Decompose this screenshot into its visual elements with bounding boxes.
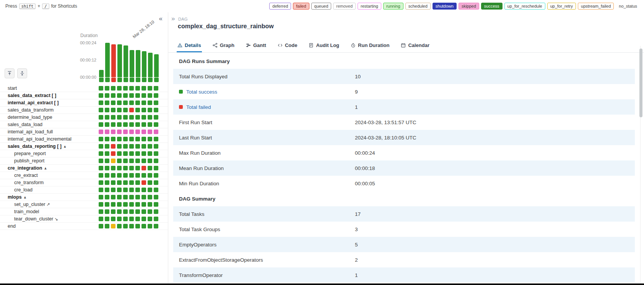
task-instance-square[interactable] <box>105 166 109 170</box>
tab-calendar[interactable]: Calendar <box>400 38 430 52</box>
legend-badge-deferred[interactable]: deferred <box>269 3 291 10</box>
expand-all-groups-button[interactable] <box>5 68 15 78</box>
task-instance-square[interactable] <box>148 86 152 91</box>
dag-run-square[interactable] <box>148 78 153 82</box>
task-instance-square[interactable] <box>129 173 134 178</box>
dag-run-duration-bar[interactable] <box>99 70 104 77</box>
task-instance-square[interactable] <box>117 209 122 214</box>
task-instance-square[interactable] <box>111 159 115 163</box>
task-instance-square[interactable] <box>148 108 152 112</box>
task-instance-square[interactable] <box>105 202 109 207</box>
task-instance-square[interactable] <box>99 151 103 156</box>
task-instance-square[interactable] <box>135 173 140 178</box>
task-instance-square[interactable] <box>129 122 134 127</box>
task-instance-square[interactable] <box>154 180 158 185</box>
task-instance-square[interactable] <box>99 173 103 178</box>
task-instance-square[interactable] <box>141 224 146 228</box>
expand-panel-button[interactable]: » <box>171 15 175 22</box>
task-instance-square[interactable] <box>105 195 109 199</box>
task-instance-square[interactable] <box>154 217 158 221</box>
task-instance-square[interactable] <box>99 130 103 134</box>
task-instance-square[interactable] <box>129 130 134 134</box>
task-instance-square[interactable] <box>129 217 134 221</box>
task-name[interactable]: tear_down_cluster↘ <box>8 216 99 222</box>
task-instance-square[interactable] <box>117 144 122 149</box>
task-name[interactable]: internal_api_extract [ ] <box>8 100 99 105</box>
task-instance-square[interactable] <box>111 86 115 91</box>
task-instance-square[interactable] <box>111 188 115 192</box>
task-instance-square[interactable] <box>111 115 115 120</box>
dag-run-square[interactable] <box>99 78 104 82</box>
task-instance-square[interactable] <box>148 144 152 149</box>
task-instance-square[interactable] <box>105 130 109 134</box>
legend-badge-up_for_retry[interactable]: up_for_retry <box>547 3 576 10</box>
task-instance-square[interactable] <box>141 151 146 156</box>
task-name[interactable]: internal_api_load_full <box>8 129 99 134</box>
task-instance-square[interactable] <box>117 188 122 192</box>
task-instance-square[interactable] <box>154 188 158 192</box>
task-instance-square[interactable] <box>117 217 122 221</box>
task-instance-square[interactable] <box>117 195 122 199</box>
task-instance-square[interactable] <box>129 224 134 228</box>
task-instance-square[interactable] <box>154 137 158 141</box>
task-name[interactable]: set_up_cluster↗ <box>8 202 99 207</box>
dag-run-square[interactable] <box>105 78 110 82</box>
tab-graph[interactable]: Graph <box>212 38 235 52</box>
task-name[interactable]: sales_data_load <box>8 122 99 127</box>
task-name[interactable]: end <box>8 223 99 229</box>
task-instance-square[interactable] <box>117 137 122 141</box>
task-instance-square[interactable] <box>111 100 115 105</box>
task-instance-square[interactable] <box>154 195 158 199</box>
task-instance-square[interactable] <box>123 100 128 105</box>
task-instance-square[interactable] <box>117 115 122 120</box>
task-instance-square[interactable] <box>141 173 146 178</box>
dag-run-square[interactable] <box>111 78 116 82</box>
task-instance-square[interactable] <box>123 188 128 192</box>
collapse-group-icon[interactable]: ∧ <box>44 167 47 170</box>
task-instance-square[interactable] <box>154 130 158 134</box>
task-instance-square[interactable] <box>99 100 103 105</box>
task-instance-square[interactable] <box>154 159 158 163</box>
legend-badge-upstream_failed[interactable]: upstream_failed <box>578 3 614 10</box>
task-instance-square[interactable] <box>135 224 140 228</box>
task-instance-square[interactable] <box>111 180 115 185</box>
task-instance-square[interactable] <box>141 195 146 199</box>
task-instance-square[interactable] <box>117 130 122 134</box>
task-instance-square[interactable] <box>123 86 128 91</box>
task-instance-square[interactable] <box>111 151 115 156</box>
task-instance-square[interactable] <box>105 209 109 214</box>
task-instance-square[interactable] <box>154 202 158 207</box>
dag-run-duration-bar[interactable] <box>124 45 128 77</box>
task-instance-square[interactable] <box>129 151 134 156</box>
task-instance-square[interactable] <box>123 159 128 163</box>
legend-badge-up_for_reschedule[interactable]: up_for_reschedule <box>504 3 545 10</box>
task-instance-square[interactable] <box>117 159 122 163</box>
dag-run-duration-bar[interactable] <box>154 54 159 77</box>
task-instance-square[interactable] <box>154 166 158 170</box>
task-instance-square[interactable] <box>117 202 122 207</box>
task-instance-square[interactable] <box>111 195 115 199</box>
dag-run-duration-bar[interactable] <box>117 44 122 77</box>
task-name[interactable]: cre_load <box>8 187 99 193</box>
task-instance-square[interactable] <box>123 166 128 170</box>
task-instance-square[interactable] <box>111 209 115 214</box>
dag-run-duration-bar[interactable] <box>105 43 110 77</box>
task-instance-square[interactable] <box>123 195 128 199</box>
task-instance-square[interactable] <box>148 130 152 134</box>
task-instance-square[interactable] <box>105 151 109 156</box>
task-instance-square[interactable] <box>148 188 152 192</box>
task-instance-square[interactable] <box>99 108 103 112</box>
task-instance-square[interactable] <box>148 100 152 105</box>
task-instance-square[interactable] <box>105 108 109 112</box>
dag-run-square[interactable] <box>124 78 128 82</box>
task-instance-square[interactable] <box>135 151 140 156</box>
task-instance-square[interactable] <box>123 180 128 185</box>
collapse-all-groups-button[interactable] <box>17 68 27 78</box>
task-instance-square[interactable] <box>123 209 128 214</box>
legend-badge-failed[interactable]: failed <box>293 3 309 10</box>
task-instance-square[interactable] <box>111 137 115 141</box>
task-instance-square[interactable] <box>141 217 146 221</box>
legend-badge-success[interactable]: success <box>481 3 503 10</box>
task-instance-square[interactable] <box>148 195 152 199</box>
dag-run-square[interactable] <box>142 78 146 82</box>
